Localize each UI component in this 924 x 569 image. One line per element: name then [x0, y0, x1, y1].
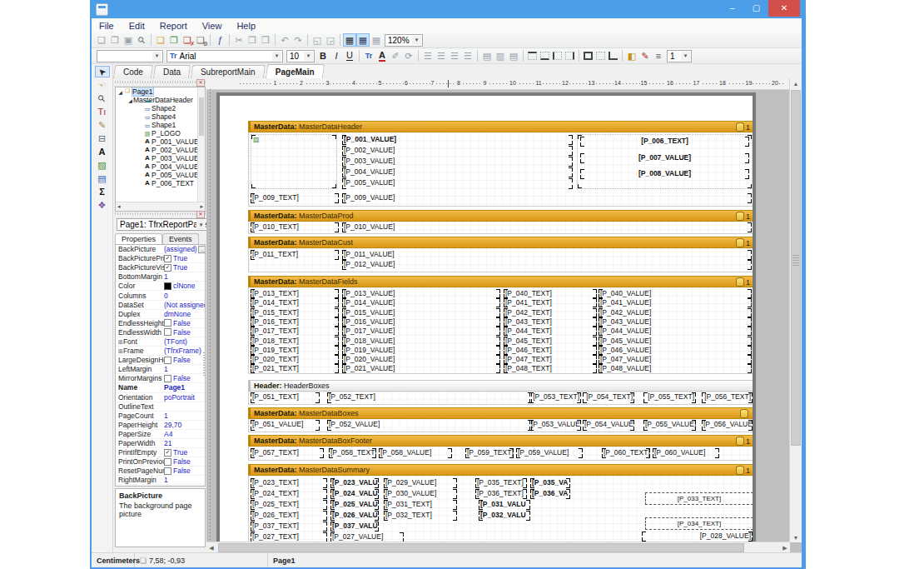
band-body[interactable]: [P_011_TEXT][P_011_VALUE][P_012_VALUE] — [248, 248, 753, 272]
report-object[interactable]: [P_024_VALU — [330, 489, 379, 499]
tree-item[interactable]: ▭Shape4 — [116, 112, 198, 121]
align-to-grid-icon[interactable]: ▦ — [356, 33, 370, 47]
frame-bottom-icon[interactable] — [540, 52, 549, 60]
band-header[interactable]: MasterData: MasterDataCust1 — [248, 237, 753, 248]
property-value[interactable]: dmNone — [164, 310, 205, 318]
tree-vertical-scrollbar[interactable] — [197, 87, 205, 202]
expand-icon[interactable]: ⊞ — [118, 348, 123, 354]
report-object[interactable]: [P_017_VALUE] — [342, 327, 500, 336]
checkbox-icon[interactable] — [164, 357, 171, 364]
panel-close-icon[interactable]: ✕ — [196, 211, 205, 218]
report-object[interactable]: [P_012_VALUE] — [342, 260, 752, 270]
report-object[interactable]: [P_020_VALUE] — [342, 355, 500, 364]
report-object[interactable]: [P_052_TEXT] — [327, 392, 532, 403]
band-body[interactable]: [P_051_TEXT][P_052_TEXT][P_053_TEXT][P_0… — [248, 392, 753, 405]
chevron-down-icon[interactable]: ▾ — [152, 52, 161, 61]
property-row[interactable]: RightMargin1 — [116, 476, 205, 485]
property-value[interactable]: 1 — [164, 476, 205, 484]
property-row[interactable]: LargeDesignHeightFalse — [116, 356, 205, 365]
valign-bottom-icon[interactable]: ▤ — [507, 49, 520, 62]
band-body[interactable]: [P_057_TEXT][P_058_TEXT][P_058_VALUE][P_… — [248, 447, 753, 461]
panel-close-icon[interactable]: ✕ — [196, 79, 205, 87]
band-header[interactable]: MasterData: MasterDataHeader1 — [248, 121, 753, 132]
cut-icon[interactable]: ✂ — [232, 33, 246, 47]
property-value[interactable]: ✓True — [164, 448, 205, 457]
property-row[interactable]: ResetPageNumberingFalse — [116, 467, 205, 476]
report-object[interactable]: [P_040_TEXT] — [504, 289, 597, 298]
report-object[interactable]: [P_040_VALUE] — [599, 289, 752, 298]
property-row[interactable]: PaperWidth21 — [116, 439, 205, 448]
text-editor-tool[interactable]: Tı — [95, 106, 110, 117]
tree-horizontal-scrollbar[interactable]: ◂▸ — [116, 202, 205, 211]
report-object[interactable]: [P_011_VALUE] — [342, 250, 752, 260]
chevron-down-icon[interactable]: ▾ — [272, 52, 281, 61]
report-object[interactable]: [P_052_VALUE] — [327, 420, 532, 431]
report-object[interactable]: [P_023_VALU — [330, 478, 379, 488]
format-painter-tool[interactable]: ✎ — [95, 119, 110, 131]
report-object[interactable]: [P_013_VALUE] — [342, 289, 500, 298]
design-canvas[interactable]: MasterData: MasterDataHeader1▨[P_001_VAL… — [206, 89, 790, 542]
report-object[interactable]: [P_010_TEXT] — [251, 222, 339, 232]
report-object[interactable]: [P_009_TEXT] — [251, 193, 339, 203]
report-object[interactable]: [P_019_VALUE] — [342, 346, 500, 355]
scroll-down-icon[interactable]: ▼ — [790, 532, 802, 542]
report-object[interactable]: [P_042_VALUE] — [599, 308, 752, 317]
menu-item-file[interactable]: File — [92, 20, 122, 32]
scroll-left-icon[interactable]: ◂ — [117, 203, 121, 210]
report-object[interactable]: [P_054_VALUE] — [583, 420, 634, 431]
report-object[interactable]: [P_055_TEXT] — [643, 392, 696, 403]
property-value[interactable]: (assigned)… — [164, 245, 205, 253]
close-button[interactable]: ✕ — [768, 0, 800, 17]
report-object[interactable]: [P_047_VALUE] — [599, 355, 752, 364]
expand-icon[interactable]: ⊞ — [118, 339, 123, 345]
property-value[interactable]: False — [164, 328, 205, 337]
property-row[interactable]: BackPictureVisible✓True — [116, 263, 205, 272]
tree-expander-icon[interactable]: ◢ — [117, 89, 123, 95]
chevron-down-icon[interactable]: ▾ — [412, 36, 421, 45]
report-object[interactable]: [P_010_VALUE] — [342, 222, 752, 232]
report-object[interactable]: [P_032_VALU — [479, 511, 530, 521]
tree-item[interactable]: AP_005_VALUE — [116, 171, 198, 179]
save-report-icon[interactable]: ▣ — [122, 33, 135, 47]
report-object[interactable]: [P_041_VALUE] — [599, 298, 752, 307]
tab-pagemain[interactable]: PageMain — [265, 64, 324, 78]
frame-left-icon[interactable] — [553, 52, 562, 60]
report-object[interactable]: [P_032_TEXT] — [384, 511, 457, 521]
report-object[interactable]: [P_037_TEXT] — [251, 522, 327, 532]
report-object[interactable]: [P_031_VALU — [479, 500, 530, 510]
checkbox-icon[interactable] — [164, 458, 171, 466]
scroll-right-icon[interactable]: ▸ — [200, 203, 203, 210]
frame-top-icon[interactable] — [528, 52, 537, 60]
property-value[interactable]: 1 — [164, 412, 205, 420]
property-row[interactable]: OutlineText — [116, 402, 205, 412]
undo-icon[interactable]: ↶ — [278, 33, 291, 47]
report-object[interactable]: [P_011_TEXT] — [251, 250, 339, 260]
property-value[interactable]: False — [164, 457, 205, 466]
band-body[interactable]: ▨[P_001_VALUE][P_002_VALUE][P_003_VALUE]… — [248, 132, 753, 207]
scroll-up-icon[interactable]: ▲ — [790, 78, 802, 88]
report-object[interactable]: [P_053_TEXT] — [529, 392, 581, 403]
line-width-select[interactable]: 1▾ — [667, 50, 692, 62]
checkbox-icon[interactable] — [164, 328, 171, 336]
report-object[interactable]: [P_008_VALUE] — [580, 169, 749, 179]
frame-all-icon[interactable] — [584, 52, 593, 60]
property-value[interactable]: ✓True — [164, 263, 205, 272]
report-object[interactable]: [P_045_VALUE] — [599, 337, 752, 346]
property-row[interactable]: PrintOnPreviousPageFalse — [116, 457, 205, 467]
property-value[interactable]: 21 — [164, 439, 205, 447]
report-object[interactable]: [P_028_VALUE] — [642, 532, 753, 542]
bold-button[interactable]: B — [316, 49, 330, 62]
group-icon[interactable]: ◱ — [310, 33, 324, 47]
report-object[interactable]: [P_019_TEXT] — [251, 346, 339, 355]
zoom-tool[interactable]: ⚲ — [95, 92, 110, 104]
font-color-icon[interactable]: A — [375, 49, 389, 62]
report-object[interactable]: [P_001_VALUE] — [342, 135, 573, 145]
property-value[interactable]: A4 — [164, 430, 205, 438]
font-size-select[interactable]: 10▾ — [286, 50, 315, 62]
report-object[interactable]: [P_056_VALUE] — [702, 420, 753, 431]
property-value[interactable]: clNone — [164, 282, 205, 290]
property-row[interactable]: EndlessHeightFalse — [116, 319, 205, 328]
report-object[interactable]: [P_015_TEXT] — [251, 308, 339, 317]
property-row[interactable]: ⊞Frame(TfrxFrame) — [116, 347, 205, 356]
property-value[interactable]: 1 — [164, 272, 205, 281]
